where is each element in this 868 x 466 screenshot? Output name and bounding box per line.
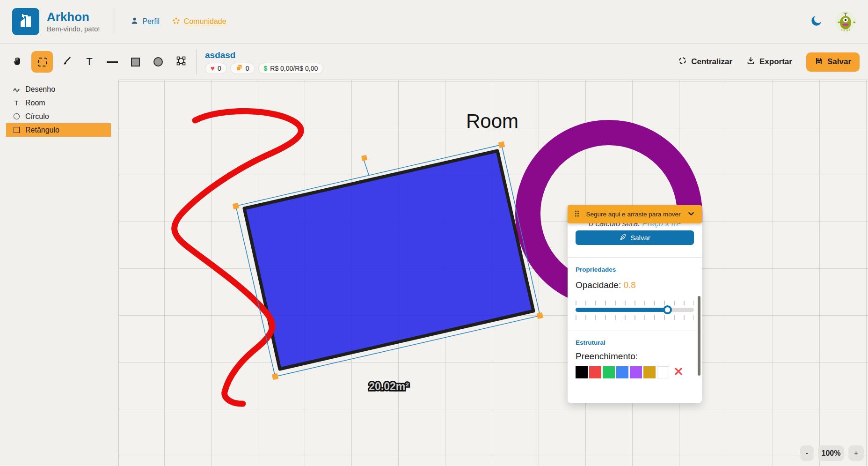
- x-icon: [673, 366, 684, 378]
- room-text[interactable]: Room: [466, 110, 518, 132]
- tool-pan[interactable]: [8, 52, 27, 71]
- layer-item-desenho[interactable]: Desenho: [0, 82, 118, 96]
- moon-icon: [810, 14, 823, 29]
- squiggle-icon: [12, 85, 21, 93]
- panel-divider: [568, 331, 702, 331]
- project-badges: ♥ 0 0 $ R$ 0,00/R$ 0,00: [205, 63, 323, 74]
- centralize-button[interactable]: Centralizar: [678, 56, 732, 67]
- likes-count: 0: [218, 65, 221, 72]
- layer-label: Retângulo: [25, 126, 59, 134]
- fill-swatch-blue[interactable]: [616, 366, 628, 378]
- tool-text[interactable]: T: [80, 52, 99, 71]
- header-right: [810, 11, 856, 32]
- fill-swatch-purple[interactable]: [630, 366, 642, 378]
- fill-swatches: [576, 366, 684, 378]
- app-title: Arkhon: [47, 10, 100, 24]
- area-label: 20.02m²: [369, 380, 409, 392]
- slider-ticks-bottom: [576, 315, 694, 320]
- panel-drag-handle[interactable]: Segure aqui e arraste para mover: [568, 205, 702, 223]
- arkhon-app: Arkhon Bem-vindo, pato! Perfil: [0, 0, 868, 466]
- brand-block: Arkhon Bem-vindo, pato!: [47, 10, 100, 33]
- panel-save-label: Salvar: [630, 234, 650, 242]
- layer-item-retangulo[interactable]: Retângulo: [6, 123, 111, 137]
- fill-swatch-red[interactable]: [589, 366, 601, 378]
- tool-brush[interactable]: [57, 52, 76, 71]
- rotation-stem: [364, 161, 369, 175]
- selection-handle-top-right[interactable]: [498, 141, 505, 148]
- chevron-down-icon[interactable]: [687, 209, 695, 220]
- layer-item-circulo[interactable]: Círculo: [0, 110, 118, 123]
- nav-community-label: Comunidade: [184, 17, 226, 26]
- drawing-canvas[interactable]: Room 20.02m²: [118, 80, 868, 466]
- zoom-in-button[interactable]: +: [848, 445, 864, 461]
- line-icon: [107, 61, 118, 63]
- opacity-slider-thumb[interactable]: [663, 305, 672, 314]
- editor-toolbar: T: [0, 44, 868, 80]
- centralize-icon: [678, 56, 687, 67]
- heart-icon: ♥: [211, 64, 215, 72]
- selection-handle-top-left[interactable]: [233, 203, 239, 209]
- opacity-row: Opacidade: 0.8: [576, 280, 636, 290]
- export-button[interactable]: Exportar: [746, 56, 792, 67]
- building-icon: [16, 11, 35, 32]
- brush-icon: [61, 56, 72, 68]
- project-info: asdasd ♥ 0 0 $ R$ 0,: [205, 50, 323, 74]
- layer-item-room[interactable]: T Room: [0, 96, 118, 110]
- centralize-label: Centralizar: [691, 57, 732, 67]
- fill-swatch-green[interactable]: [603, 366, 615, 378]
- feather-icon: [619, 233, 627, 242]
- toolbar-divider: [196, 49, 197, 74]
- fill-swatch-white[interactable]: [657, 366, 669, 378]
- tool-select[interactable]: [31, 51, 53, 73]
- text-layer-icon: T: [12, 99, 21, 107]
- selection-handle-bottom-left[interactable]: [272, 373, 278, 380]
- text-icon: T: [86, 56, 92, 68]
- circle-icon: [153, 57, 163, 67]
- properties-section-title: Propriedades: [576, 266, 616, 273]
- save-project-button[interactable]: Salvar: [806, 52, 860, 72]
- project-name[interactable]: asdasd: [205, 50, 323, 60]
- nav-community-link[interactable]: Comunidade: [172, 16, 226, 27]
- tool-transform[interactable]: [172, 52, 190, 71]
- fill-swatch-black[interactable]: [576, 366, 588, 378]
- nav-profile-label: Perfil: [142, 17, 159, 26]
- square-icon: [131, 58, 140, 67]
- download-icon: [746, 56, 755, 67]
- tool-rectangle[interactable]: [126, 52, 145, 71]
- canvas-scene: Room 20.02m²: [119, 80, 868, 466]
- panel-divider: [568, 257, 702, 258]
- clones-badge[interactable]: 0: [230, 63, 255, 74]
- clones-count: 0: [246, 65, 249, 72]
- opacity-value: 0.8: [623, 280, 635, 290]
- rotation-handle[interactable]: [361, 155, 367, 161]
- price-badge[interactable]: $ R$ 0,00/R$ 0,00: [258, 63, 324, 74]
- zoom-out-button[interactable]: -: [800, 445, 814, 461]
- likes-badge[interactable]: ♥ 0: [205, 63, 227, 74]
- zoom-controls: - 100% +: [800, 445, 864, 461]
- remove-fill-button[interactable]: [673, 366, 684, 378]
- selection-handle-bottom-right[interactable]: [537, 312, 543, 319]
- layers-panel: Desenho T Room Círculo Retângulo: [0, 82, 118, 137]
- header-nav: Perfil Comunidade: [130, 16, 226, 27]
- tool-circle[interactable]: [149, 52, 168, 71]
- panel-scrollbar[interactable]: [698, 296, 700, 376]
- copy-icon: [236, 64, 243, 73]
- fill-swatch-yellow[interactable]: [643, 366, 656, 378]
- tool-line[interactable]: [103, 52, 122, 71]
- welcome-message: Bem-vindo, pato!: [47, 25, 100, 33]
- blue-rectangle-shape[interactable]: [244, 151, 533, 369]
- nav-profile-link[interactable]: Perfil: [130, 16, 159, 27]
- dollar-icon: $: [264, 65, 268, 72]
- panel-save-button[interactable]: Salvar: [576, 230, 694, 245]
- opacity-slider[interactable]: [576, 308, 694, 312]
- toolbar-actions: Centralizar Exportar: [678, 52, 860, 72]
- app-logo[interactable]: [12, 8, 39, 35]
- hand-icon: [13, 56, 23, 68]
- layer-label: Círculo: [25, 112, 49, 121]
- export-label: Exportar: [759, 57, 792, 67]
- transform-icon: [175, 55, 187, 68]
- user-avatar[interactable]: [835, 11, 856, 32]
- person-icon: [130, 16, 139, 27]
- opacity-label: Opacidade:: [576, 280, 623, 290]
- dark-mode-toggle[interactable]: [810, 14, 823, 29]
